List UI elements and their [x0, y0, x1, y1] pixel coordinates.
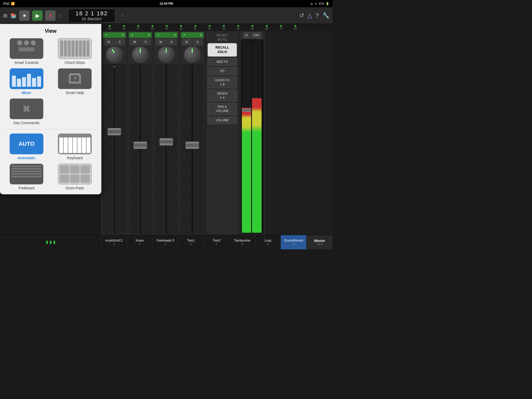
view-item-chord-strips[interactable]: Chord Strips	[52, 38, 97, 65]
track-label-2[interactable]: Snare 4	[127, 235, 153, 249]
play-icon: ▶	[36, 12, 39, 19]
solo-btn-4[interactable]: S	[193, 39, 203, 45]
view-popup: View Smart Controls	[0, 24, 101, 194]
master-dim-btn[interactable]: DIM	[251, 32, 262, 38]
fader-scale-4: 0 -3 -6 -9 -12 -15 -18 -24 -30 -40 -50 -…	[182, 64, 185, 234]
track-label-4[interactable]: Tom1 6	[178, 235, 204, 249]
status-bar: iPad 📶 12:44 PM ◎ ✦ 37% 🔋	[0, 0, 332, 7]
transport-track: 15: ElecGtr2	[73, 17, 111, 21]
mixer-icon	[10, 68, 43, 89]
stop-button[interactable]: ■	[19, 10, 30, 21]
ch-ms-buttons-2: M S	[130, 39, 151, 45]
wifi-icon: 📶	[11, 2, 15, 5]
channel-knob-4[interactable]	[184, 46, 201, 63]
track-label-6[interactable]: Tambourine 8	[230, 235, 255, 249]
loop-icon[interactable]: ↺	[299, 12, 304, 19]
knob-dot-1	[111, 49, 115, 53]
play-button[interactable]: ▶	[32, 10, 43, 21]
next-arrow[interactable]: ›	[120, 12, 125, 18]
channel-numbers: 15 16 17 18 19 20 21 22 23 24 25 26 27 2…	[101, 24, 332, 31]
midi-fx-btn[interactable]: MIDI FX	[208, 58, 237, 66]
track-label-3[interactable]: Overheads 5 5	[153, 235, 178, 249]
fretboard-icon	[10, 164, 43, 184]
smart-controls-label: Smart Controls	[14, 61, 38, 65]
grid-icon[interactable]: ⊞	[3, 12, 8, 19]
view-item-auto[interactable]: AUTO Automatic	[4, 134, 49, 160]
view-item-keyboard[interactable]: Keyboard	[52, 134, 97, 160]
view-divider	[4, 129, 97, 129]
view-item-fretboard[interactable]: Fretboard	[4, 164, 49, 190]
channel-route-btn-2[interactable]: ↗ R	[129, 32, 152, 38]
track-number-1: 3	[113, 243, 115, 246]
track-label-7[interactable]: Loop 9	[255, 235, 281, 249]
io-btn[interactable]: I/O	[208, 67, 237, 75]
channel-knob-1[interactable]	[106, 46, 123, 63]
fader-thumb-2[interactable]	[134, 142, 147, 149]
record-icon: ●	[49, 12, 52, 18]
reset-label: RESET	[217, 33, 228, 37]
channel-knob-2[interactable]	[132, 46, 149, 63]
mixer-area: 15 16 17 18 19 20 21 22 23 24 25 26 27 2…	[101, 24, 332, 235]
view-bottom-grid: AUTO Automatic Keyboar	[4, 134, 97, 190]
library-icon[interactable]: 📚	[10, 12, 17, 19]
volume-btn[interactable]: VOLUME	[208, 117, 237, 124]
master-meter: 6 3 0 -3 -6 -9 -12 -15 -18 -24 -30 -35 -…	[241, 39, 264, 234]
channel-route-btn-1[interactable]: ↗ R	[103, 32, 126, 38]
channel-knob-3[interactable]	[158, 46, 175, 63]
track-label-1[interactable]: AcstcKickC1 3	[101, 235, 127, 249]
fader-container-2: 0 -3 -6 -9 -12 -15 -18 -24 -30 -40 -50 -…	[129, 64, 152, 234]
track-label-5[interactable]: Tom2 7	[204, 235, 230, 249]
route-icon-3: ↗	[156, 33, 159, 37]
mute-btn-3[interactable]: M	[156, 39, 166, 45]
track-name-3: Overheads 5	[156, 239, 174, 242]
main-area: View Smart Controls	[0, 24, 332, 235]
record-button[interactable]: ●	[45, 10, 56, 21]
solo-btn-1[interactable]: S	[115, 39, 125, 45]
ch-ms-buttons-1: M S	[104, 39, 125, 45]
keyboard-icon	[58, 134, 92, 154]
location-icon: ◎	[310, 2, 313, 5]
mixer-label: Mixer	[22, 91, 31, 95]
audio-fx-btn[interactable]: AUDIO FX1-8	[208, 77, 237, 88]
knob-dot-2	[140, 48, 141, 53]
track-label-8[interactable]: DrumsReverb 10	[281, 235, 307, 249]
sends-btn[interactable]: SENDS1-4	[208, 90, 237, 102]
track-labels: AcstcKickC1 3 Snare 4 Overheads 5 5 Tom1…	[0, 235, 332, 249]
channel-route-btn-4[interactable]: ↗ R	[181, 32, 204, 38]
solo-btn-3[interactable]: S	[167, 39, 177, 45]
auto-icon: AUTO	[10, 134, 43, 154]
fader-container-4: 0 -3 -6 -9 -12 -15 -18 -24 -30 -40 -50 -…	[181, 64, 204, 234]
r-label-4: R	[200, 34, 202, 37]
master-m-btn[interactable]: M	[243, 32, 250, 38]
view-item-smart-controls[interactable]: Smart Controls	[4, 38, 49, 65]
metronome-icon[interactable]: △	[308, 12, 312, 19]
auto-label: Automatic	[18, 156, 35, 160]
view-item-key-commands[interactable]: ⌘ Key Commands	[4, 98, 49, 125]
view-grid: Smart Controls Chord Strip	[4, 38, 97, 125]
fader-thumb-4[interactable]	[185, 142, 199, 149]
mute-btn-1[interactable]: M	[104, 39, 114, 45]
pan-volume-btn[interactable]: PAN &VOLUME	[208, 103, 237, 115]
track-number-5: 7	[216, 243, 217, 246]
stop-icon: ■	[23, 13, 26, 18]
prev-arrow[interactable]: ‹	[58, 12, 63, 18]
settings-icon[interactable]: 🔧	[322, 12, 329, 19]
view-item-smart-help[interactable]: ? Smart Help	[52, 68, 97, 95]
fader-thumb-3[interactable]	[159, 138, 173, 145]
chord-strips-icon	[58, 38, 92, 59]
fader-thumb-1[interactable]	[108, 128, 121, 135]
view-item-drum-pads[interactable]: Drum Pads	[52, 164, 97, 190]
channel-strip-3: ↗ R M S 0 -3 -6 -9 -12	[153, 31, 179, 235]
smart-help-icon: ?	[58, 68, 92, 89]
solo-btn-2[interactable]: S	[141, 39, 151, 45]
help-icon[interactable]: ?	[316, 12, 319, 19]
view-item-mixer[interactable]: Mixer	[4, 68, 49, 95]
mute-label: MUTE	[217, 38, 227, 42]
fader-container-3: 0 -3 -6 -9 -12 -15 -18 -24 -30 -40 -50 -…	[155, 64, 178, 234]
channel-route-btn-3[interactable]: ↗ R	[155, 32, 178, 38]
channel-strip-4: ↗ R M S 0 -3 -6 -9 -12	[179, 31, 205, 235]
auto-button-label: AUTO	[18, 134, 35, 154]
recall-solo-btn[interactable]: RECALLSOLO	[208, 43, 237, 57]
mute-btn-4[interactable]: M	[182, 39, 192, 45]
mute-btn-2[interactable]: M	[130, 39, 140, 45]
